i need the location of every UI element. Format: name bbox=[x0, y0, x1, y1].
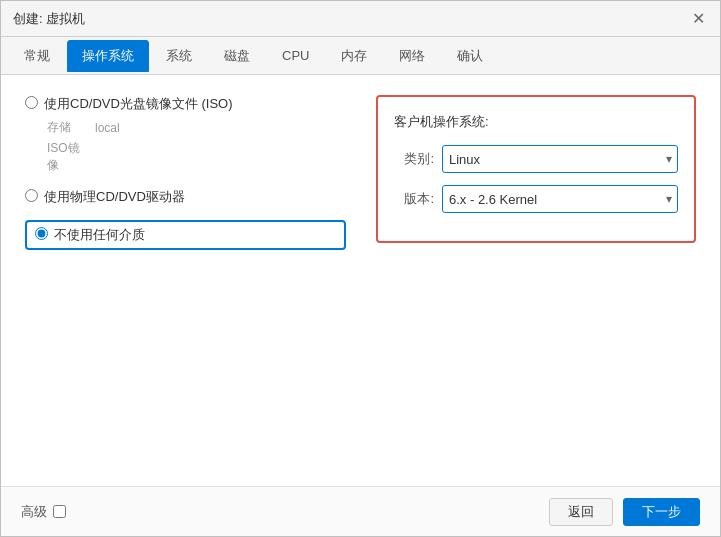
physical-radio[interactable] bbox=[25, 189, 38, 202]
media-options: 使用CD/DVD光盘镜像文件 (ISO) 存储 local ISO镜像 bbox=[25, 95, 346, 250]
right-panel: 客户机操作系统: 类别: Linux Windows Solaris Other bbox=[376, 95, 696, 466]
none-radio[interactable] bbox=[35, 227, 48, 240]
main-window: 创建: 虚拟机 ✕ 常规 操作系统 系统 磁盘 CPU 内存 网络 确认 使用C… bbox=[0, 0, 721, 537]
tab-bar: 常规 操作系统 系统 磁盘 CPU 内存 网络 确认 bbox=[1, 37, 720, 75]
type-label: 类别: bbox=[394, 150, 434, 168]
tab-confirm[interactable]: 确认 bbox=[442, 40, 498, 72]
storage-row: 存储 local bbox=[47, 119, 346, 136]
tab-system[interactable]: 系统 bbox=[151, 40, 207, 72]
tab-os[interactable]: 操作系统 bbox=[67, 40, 149, 72]
next-button[interactable]: 下一步 bbox=[623, 498, 700, 526]
iso-label: 使用CD/DVD光盘镜像文件 (ISO) bbox=[44, 95, 233, 113]
iso-sub-options: 存储 local ISO镜像 bbox=[47, 119, 346, 174]
content-area: 使用CD/DVD光盘镜像文件 (ISO) 存储 local ISO镜像 bbox=[1, 75, 720, 486]
type-select-wrapper: Linux Windows Solaris Other bbox=[442, 145, 678, 173]
left-panel: 使用CD/DVD光盘镜像文件 (ISO) 存储 local ISO镜像 bbox=[25, 95, 346, 466]
guest-os-section: 客户机操作系统: 类别: Linux Windows Solaris Other bbox=[376, 95, 696, 243]
tab-disk[interactable]: 磁盘 bbox=[209, 40, 265, 72]
version-label: 版本: bbox=[394, 190, 434, 208]
guest-os-title: 客户机操作系统: bbox=[394, 113, 678, 131]
storage-value: local bbox=[95, 121, 120, 135]
tab-cpu[interactable]: CPU bbox=[267, 40, 324, 72]
version-select-wrapper: 6.x - 2.6 Kernel 5.x - 2.6 Kernel 4.x - … bbox=[442, 185, 678, 213]
type-select[interactable]: Linux Windows Solaris Other bbox=[442, 145, 678, 173]
back-button[interactable]: 返回 bbox=[549, 498, 613, 526]
none-label: 不使用任何介质 bbox=[54, 226, 145, 244]
version-select[interactable]: 6.x - 2.6 Kernel 5.x - 2.6 Kernel 4.x - … bbox=[442, 185, 678, 213]
tab-memory[interactable]: 内存 bbox=[326, 40, 382, 72]
footer-left: 高级 bbox=[21, 503, 66, 521]
close-button[interactable]: ✕ bbox=[688, 9, 708, 29]
iso-radio-label[interactable]: 使用CD/DVD光盘镜像文件 (ISO) bbox=[25, 95, 346, 113]
none-radio-label[interactable]: 不使用任何介质 bbox=[35, 226, 145, 244]
advanced-label: 高级 bbox=[21, 503, 47, 521]
tab-network[interactable]: 网络 bbox=[384, 40, 440, 72]
version-row: 版本: 6.x - 2.6 Kernel 5.x - 2.6 Kernel 4.… bbox=[394, 185, 678, 213]
iso-path-row: ISO镜像 bbox=[47, 140, 346, 174]
iso-option: 使用CD/DVD光盘镜像文件 (ISO) 存储 local ISO镜像 bbox=[25, 95, 346, 174]
none-option-wrapper: 不使用任何介质 bbox=[25, 220, 346, 250]
physical-radio-label[interactable]: 使用物理CD/DVD驱动器 bbox=[25, 188, 346, 206]
advanced-checkbox[interactable] bbox=[53, 505, 66, 518]
window-title: 创建: 虚拟机 bbox=[13, 10, 85, 28]
footer: 高级 返回 下一步 bbox=[1, 486, 720, 536]
tab-general[interactable]: 常规 bbox=[9, 40, 65, 72]
iso-path-label: ISO镜像 bbox=[47, 140, 87, 174]
type-row: 类别: Linux Windows Solaris Other bbox=[394, 145, 678, 173]
iso-radio[interactable] bbox=[25, 96, 38, 109]
title-bar: 创建: 虚拟机 ✕ bbox=[1, 1, 720, 37]
physical-label: 使用物理CD/DVD驱动器 bbox=[44, 188, 185, 206]
storage-label: 存储 bbox=[47, 119, 87, 136]
